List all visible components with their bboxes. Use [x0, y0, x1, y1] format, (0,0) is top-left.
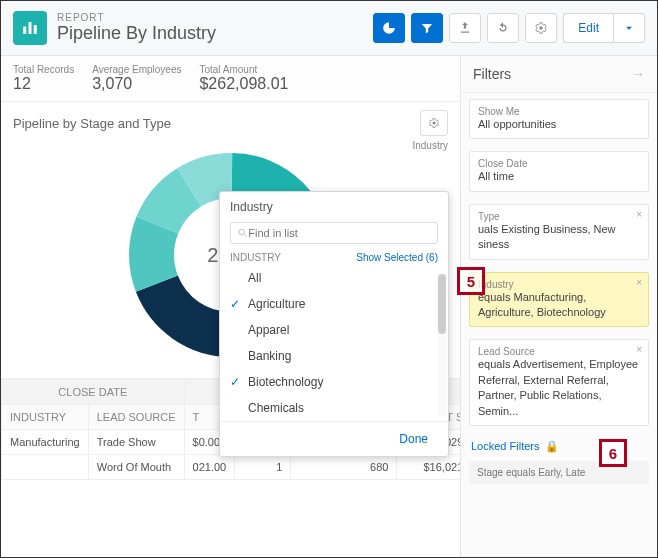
dropdown-item[interactable]: Apparel [220, 317, 448, 343]
svg-point-10 [239, 229, 245, 235]
filter-card-close-date[interactable]: Close Date All time [469, 151, 649, 191]
industry-dropdown: Industry INDUSTRY Show Selected (6) All … [219, 191, 449, 457]
remove-filter-icon[interactable]: × [636, 277, 642, 288]
annotation-step-6: 6 [599, 439, 627, 467]
dropdown-scrollbar[interactable] [438, 274, 446, 416]
dropdown-item[interactable]: Agriculture [220, 291, 448, 317]
dropdown-search[interactable] [230, 222, 438, 244]
annotation-step-5: 5 [457, 267, 485, 295]
dropdown-item[interactable]: All [220, 265, 448, 291]
filter-card-type[interactable]: × Type uals Existing Business, New sines… [469, 204, 649, 260]
th-industry[interactable]: INDUSTRY [2, 405, 89, 430]
metric-total-records: Total Records 12 [13, 64, 74, 93]
arrow-right-icon[interactable]: → [631, 66, 645, 82]
header-caption: REPORT [57, 12, 216, 23]
edit-button[interactable]: Edit [563, 13, 613, 43]
toolbar: Edit [373, 13, 645, 43]
metric-avg-employees: Average Employees 3,070 [92, 64, 181, 93]
filter-card-show-me[interactable]: Show Me All opportunities [469, 99, 649, 139]
chart-toggle-button[interactable] [373, 13, 405, 43]
svg-rect-0 [23, 27, 26, 35]
search-icon [237, 227, 248, 239]
refresh-button[interactable] [487, 13, 519, 43]
table-row[interactable]: Word Of Mouth 021.00 1 680 $16,021.00 [2, 455, 461, 480]
svg-rect-2 [34, 25, 37, 34]
svg-point-4 [433, 122, 436, 125]
header-titles: REPORT Pipeline By Industry [57, 12, 216, 44]
filter-toggle-button[interactable] [411, 13, 443, 43]
svg-line-11 [244, 234, 246, 236]
edit-dropdown-button[interactable] [613, 13, 645, 43]
filters-header: Filters → [461, 56, 657, 93]
filters-panel: Filters → Show Me All opportunities Clos… [461, 56, 657, 557]
settings-button[interactable] [525, 13, 557, 43]
dropdown-title: Industry [220, 192, 448, 218]
export-button[interactable] [449, 13, 481, 43]
done-button[interactable]: Done [389, 428, 438, 450]
remove-filter-icon[interactable]: × [636, 209, 642, 220]
remove-filter-icon[interactable]: × [636, 344, 642, 355]
th-lead-source[interactable]: LEAD SOURCE [88, 405, 184, 430]
svg-point-3 [540, 26, 544, 30]
dropdown-item[interactable]: Biotechnology [220, 369, 448, 395]
filter-card-lead-source[interactable]: × Lead Source equals Advertisement, Empl… [469, 339, 649, 426]
chart-settings-button[interactable] [420, 110, 448, 136]
chart-title: Pipeline by Stage and Type [13, 116, 171, 131]
th-close-date[interactable]: CLOSE DATE [2, 380, 185, 405]
metric-total-amount: Total Amount $262,098.01 [199, 64, 288, 93]
page-header: REPORT Pipeline By Industry Edit [1, 1, 657, 56]
filters-title: Filters [473, 66, 511, 82]
filter-card-industry[interactable]: × Industry equals Manufacturing, Agricul… [469, 272, 649, 328]
dropdown-item[interactable]: Chemicals [220, 395, 448, 421]
edit-button-group: Edit [563, 13, 645, 43]
metrics-bar: Total Records 12 Average Employees 3,070… [1, 56, 460, 102]
lock-icon: 🔒 [545, 440, 559, 453]
svg-rect-1 [29, 22, 32, 34]
show-selected-link[interactable]: Show Selected (6) [356, 252, 438, 263]
report-icon [13, 11, 47, 45]
dropdown-search-input[interactable] [248, 227, 431, 239]
dropdown-group-label: INDUSTRY [230, 252, 281, 263]
dropdown-item[interactable]: Banking [220, 343, 448, 369]
page-title: Pipeline By Industry [57, 23, 216, 44]
